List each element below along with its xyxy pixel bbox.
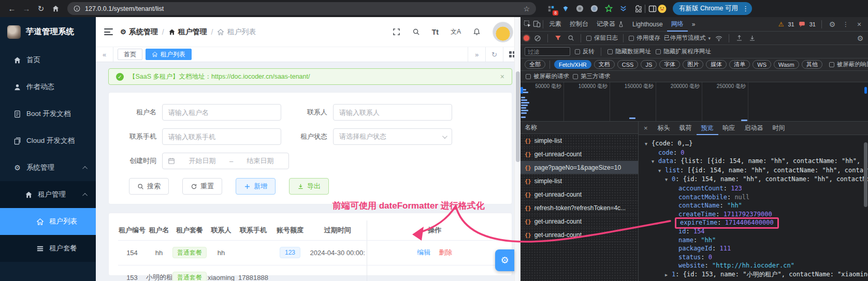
detail-close-icon[interactable]: × [639,124,653,132]
extension-icon-gem[interactable] [561,4,570,13]
network-search-icon[interactable] [566,33,575,44]
overview-handle-left[interactable] [520,87,523,94]
sidebar-item[interactable]: 租户列表 [0,208,96,235]
invert-checkbox[interactable]: 反转 [575,48,595,55]
extension-icon-grid[interactable]: 8 [546,4,555,13]
json-line[interactable]: contactMobile: null [672,193,868,202]
request-row[interactable]: {}get-unread-count [520,188,638,201]
sidebar-item[interactable]: 租户管理 [0,181,96,208]
detail-tab-标头[interactable]: 标头 [653,122,675,135]
browser-forward-icon[interactable]: → [20,3,33,15]
json-preview[interactable]: ▼{code: 0,…}code: 0▼data: {list: [{id: 1… [639,135,868,281]
sidebar-item[interactable]: 租户套餐 [0,235,96,262]
alert-close-icon[interactable]: × [500,72,504,81]
more-tabs-icon[interactable]: » [688,17,700,32]
expand-arrow-icon[interactable]: ▼ [665,175,672,184]
extension-icon-chevrons[interactable] [619,4,628,13]
import-har-icon[interactable] [734,33,744,44]
text-input[interactable] [333,104,452,121]
inspect-element-icon[interactable] [523,19,532,30]
extension-icon-star-green[interactable] [604,4,613,13]
export-har-icon[interactable] [747,33,757,44]
request-row[interactable]: {}refresh-token?refreshToken=4c... [520,201,638,215]
reset-button[interactable]: 重置 [182,178,222,195]
page-scrollbar[interactable] [514,17,520,281]
json-line[interactable]: ▶1: {id: 153, name: "小明的租户", contactName… [665,270,868,279]
address-bar[interactable]: 127.0.0.1/system/tenant/list ☆ [67,2,536,15]
browser-menu-icon[interactable]: ⋮ [742,5,749,12]
sidebar-item[interactable]: ⚙系统管理 [0,154,96,181]
filter-chip[interactable]: WS [753,60,771,69]
extension-icon-round-grey[interactable] [575,4,584,13]
request-row[interactable]: {}page?pageNo=1&pageSize=10 [520,161,638,174]
throttling-dropdown[interactable]: 已停用节流模式▾ [664,34,711,42]
expand-arrow-icon[interactable]: ▼ [645,140,652,149]
tabs-refresh-icon[interactable]: ↻ [485,47,503,62]
tabs-scroll-left-icon[interactable]: « [96,47,113,62]
side-panel-icon[interactable] [648,4,657,13]
filter-chip[interactable]: JS [641,60,657,69]
hide-data-urls-checkbox[interactable]: 隐藏数据网址 [607,48,651,55]
request-row[interactable]: {}get-unread-count [520,215,638,228]
blocked-cookies-checkbox[interactable]: 被屏蔽的响应 Cookie [829,61,868,68]
profile-avatar-icon[interactable] [658,4,667,13]
devtools-tab-元素[interactable]: 元素 [545,17,566,32]
filter-chip[interactable]: 其他 [802,60,822,69]
json-line[interactable]: ▼{code: 0,…} [645,139,868,149]
daterange-input[interactable]: 开始日期–结束日期 [162,153,289,169]
expand-arrow-icon[interactable]: ▼ [652,157,658,166]
devtools-tab-网络[interactable]: 网络 [667,17,688,32]
record-network-icon[interactable] [524,35,529,41]
detail-tab-响应[interactable]: 响应 [718,122,740,135]
text-input[interactable] [162,104,281,121]
collapse-sidebar-icon[interactable] [104,28,113,35]
json-line[interactable]: packageId: 111 [672,244,868,253]
json-line[interactable]: ▼0: {id: 154, name: "hh", contactName: "… [665,175,868,184]
json-line[interactable]: accountCount: 123 [672,184,868,193]
extensions-puzzle-icon[interactable] [633,4,642,13]
notification-bell-icon[interactable] [473,28,481,36]
filter-chip[interactable]: Fetch/XHR [554,60,591,69]
add-button[interactable]: 新增 [236,178,276,195]
browser-reload-icon[interactable]: ↻ [34,3,48,15]
tab-item[interactable]: 首页 [118,49,142,60]
tabs-scroll-right-icon[interactable]: » [468,47,485,62]
request-row[interactable]: {}get-unread-count [520,228,638,242]
request-row[interactable]: {}get-unread-count [520,147,638,161]
preview-scrollbar-thumb[interactable] [864,142,867,207]
network-overview-timeline[interactable]: 50000 毫秒100000 毫秒150000 毫秒200000 毫秒25000… [520,82,868,122]
filter-chip[interactable]: CSS [617,60,639,69]
network-conditions-icon[interactable] [714,33,724,44]
issues-icon[interactable] [799,21,805,27]
browser-back-icon[interactable]: ← [5,3,19,15]
third-party-checkbox[interactable]: 第三方请求 [573,72,611,80]
overview-handle-right[interactable] [864,87,867,94]
disable-cache-checkbox[interactable]: 停用缓存 [629,34,660,42]
sidebar-item[interactable]: Cloud 开发文档 [0,127,96,154]
filter-chip[interactable]: 文档 [594,60,615,69]
browser-home-icon[interactable] [49,3,62,15]
sidebar-item[interactable]: 作者动态 [0,73,96,100]
breadcrumb-item[interactable]: ⚙系统管理 [120,27,158,37]
language-icon[interactable]: 文A [451,27,461,36]
edit-link[interactable]: 编辑 [417,248,430,256]
user-avatar[interactable] [493,22,513,42]
json-line[interactable]: ▼data: {list: [{id: 154, name: "hh", con… [652,157,868,166]
search-icon[interactable] [412,28,420,36]
tab-active[interactable]: 租户列表 [146,49,192,60]
text-input[interactable] [162,128,281,145]
breadcrumb-item[interactable]: 租户管理 [168,27,207,37]
delete-link[interactable]: 删除 [439,248,452,256]
json-line[interactable]: contactName: "hh" [672,201,868,210]
filter-chip[interactable]: Wasm [774,60,799,69]
chrome-update-button[interactable]: 有新版 Chrome 可用 ⋮ [673,2,752,15]
request-row[interactable]: {}simple-list [520,174,638,188]
json-line[interactable]: expireTime: 1714406400000 [672,218,868,227]
json-line[interactable]: name: "hh" [672,236,868,245]
detail-tab-启动器[interactable]: 启动器 [740,122,768,135]
devtools-tab-控制台[interactable]: 控制台 [566,17,592,32]
sidebar-item[interactable]: Boot 开发文档 [0,100,96,127]
extension-icon-round-blue[interactable] [590,4,599,13]
devtools-tab-记录器[interactable]: 记录器 [592,17,628,32]
warning-icon[interactable]: ⚠ [778,21,784,28]
